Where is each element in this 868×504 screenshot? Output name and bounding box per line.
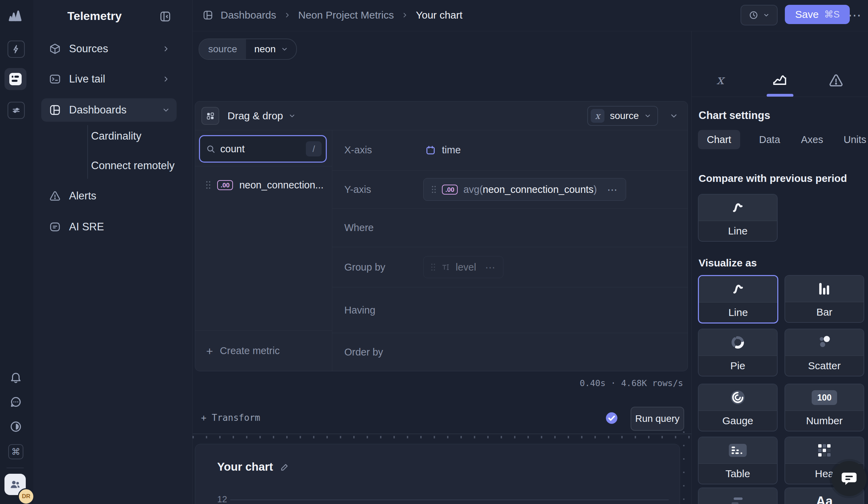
more-menu-icon[interactable]: ⋯ <box>848 8 862 23</box>
x-axis-value: time <box>442 144 461 156</box>
aggregation-fn: avg( <box>463 184 483 195</box>
drag-handle-icon[interactable] <box>206 181 211 189</box>
scatter-chart-icon <box>817 335 832 350</box>
source-filter-chip[interactable]: source neon <box>199 39 297 60</box>
app-title: Telemetry <box>68 9 122 23</box>
sidebar-item-cardinality[interactable]: Cardinality <box>91 130 141 142</box>
avatar-badge: DR <box>18 488 34 504</box>
filter-key: source <box>199 39 246 59</box>
tab-chart[interactable]: Chart <box>698 130 740 149</box>
sidebar-item-connect-remotely[interactable]: Connect remotely <box>91 160 175 172</box>
chart-settings-panel: x Chart settings Chart Data Axes Units C… <box>691 31 868 504</box>
drag-handle-icon <box>431 263 436 271</box>
visualize-option-scatter[interactable]: Scatter <box>785 329 864 377</box>
bell-icon[interactable] <box>9 371 22 384</box>
warnings-tab-icon[interactable] <box>828 73 844 88</box>
chevron-down-icon <box>763 12 769 18</box>
compare-option-line[interactable]: Line <box>698 194 778 242</box>
chart-card: Your chart 12 <box>195 444 680 504</box>
flash-icon[interactable] <box>8 41 25 58</box>
tab-units[interactable]: Units <box>844 130 866 149</box>
sidebar-item-dashboards[interactable]: Dashboards <box>33 98 193 122</box>
compare-heading: Compare with previous period <box>699 173 847 184</box>
alert-triangle-icon <box>49 190 62 202</box>
chevron-right-icon <box>162 45 170 53</box>
chevron-down-icon <box>644 112 651 119</box>
table-icon <box>728 443 747 458</box>
drag-handle-icon[interactable] <box>431 185 436 194</box>
drag-drop-mode-icon[interactable] <box>202 107 219 125</box>
tab-data[interactable]: Data <box>759 130 780 149</box>
dashboard-icon <box>49 104 62 116</box>
run-query-button[interactable]: Run query <box>631 407 684 431</box>
top-header: Dashboards Neon Project Metrics Your cha… <box>193 0 868 31</box>
visualize-option-bar[interactable]: Bar <box>785 275 864 323</box>
query-builder-header: Drag & drop x source <box>195 101 688 130</box>
chat-fab[interactable] <box>831 461 867 496</box>
group-by-chip[interactable]: level ⋯ <box>423 256 504 278</box>
variable-x-icon: x <box>591 109 604 123</box>
sidebar-item-alerts[interactable]: Alerts <box>33 184 193 208</box>
theme-contrast-icon[interactable] <box>9 420 22 433</box>
chevron-right-icon <box>162 75 170 83</box>
visualize-option-gauge[interactable]: Gauge <box>698 384 778 431</box>
number-100-icon: 100 <box>812 390 837 405</box>
number-metric-icon: .00 <box>442 185 458 195</box>
time-range-button[interactable] <box>741 5 778 25</box>
x-axis-row[interactable]: X-axis time <box>332 130 688 170</box>
rail-divider <box>7 467 24 468</box>
breadcrumb-board[interactable]: Neon Project Metrics <box>298 9 394 21</box>
visualize-option-number[interactable]: 100 Number <box>785 384 864 431</box>
list-divider <box>195 166 332 166</box>
variables-tab-icon[interactable]: x <box>716 72 724 87</box>
scope-variable-pill[interactable]: x source <box>587 106 658 126</box>
save-button[interactable]: Save ⌘S <box>785 5 850 24</box>
visualize-option-line[interactable]: Line <box>698 275 778 323</box>
visualize-option-pie[interactable]: Pie <box>698 329 778 377</box>
sidebar-item-ai-sre[interactable]: AI SRE <box>33 215 193 239</box>
order-by-row[interactable]: Order by <box>332 333 688 371</box>
message-icon <box>49 221 62 233</box>
visualize-option-table[interactable]: Table <box>698 436 778 484</box>
collapse-sidebar-icon[interactable] <box>159 10 172 23</box>
shortcuts-icon[interactable]: ⌘ <box>8 444 23 459</box>
search-icon <box>206 144 216 154</box>
where-row[interactable]: Where <box>332 208 688 247</box>
aggregation-field: neon_connection_counts <box>483 184 593 195</box>
metric-list-item[interactable]: .00 neon_connection... <box>206 175 324 195</box>
chevron-down-icon <box>162 106 170 114</box>
create-metric-button[interactable]: + Create metric <box>195 330 332 371</box>
scope-field: source <box>610 110 639 121</box>
chip-menu-icon[interactable]: ⋯ <box>607 184 618 196</box>
filter-value: neon <box>254 44 276 55</box>
terminal-icon <box>49 73 62 85</box>
mode-label[interactable]: Drag & drop <box>227 110 283 122</box>
collapse-builder-icon[interactable] <box>670 112 678 120</box>
group-by-row[interactable]: Group by level ⋯ <box>332 247 688 287</box>
chart-gridline <box>230 500 669 500</box>
having-row[interactable]: Having <box>332 287 688 333</box>
bar-chart-icon <box>817 282 831 296</box>
line-chart-icon <box>730 282 746 296</box>
visualize-option-statistic[interactable] <box>698 487 778 504</box>
group-by-value: level <box>456 261 476 273</box>
chart-tab-icon[interactable] <box>772 72 788 88</box>
sidebar-item-live-tail[interactable]: Live tail <box>33 68 193 91</box>
app-logo[interactable] <box>8 9 23 23</box>
sliders-icon[interactable] <box>8 102 25 119</box>
dashboard-grid-icon <box>203 10 213 20</box>
icon-rail: ⌘ DR <box>0 0 34 504</box>
breadcrumb-dashboards[interactable]: Dashboards <box>220 9 276 21</box>
sidebar-item-sources[interactable]: Sources <box>33 37 193 61</box>
add-transform-button[interactable]: + Transform <box>201 413 260 423</box>
edit-pencil-icon[interactable] <box>280 462 289 472</box>
y-axis-row[interactable]: Y-axis .00 avg(neon_connection_counts) ⋯ <box>332 170 688 208</box>
line-chart-icon <box>730 201 746 215</box>
metric-search-input[interactable]: count / <box>199 135 327 163</box>
query-builder-nav-icon[interactable] <box>4 68 27 90</box>
tab-axes[interactable]: Axes <box>801 130 823 149</box>
plus-icon: + <box>206 345 213 357</box>
feedback-icon[interactable] <box>9 395 22 409</box>
people-icon <box>9 478 21 491</box>
y-axis-chip[interactable]: .00 avg(neon_connection_counts) ⋯ <box>423 178 626 201</box>
